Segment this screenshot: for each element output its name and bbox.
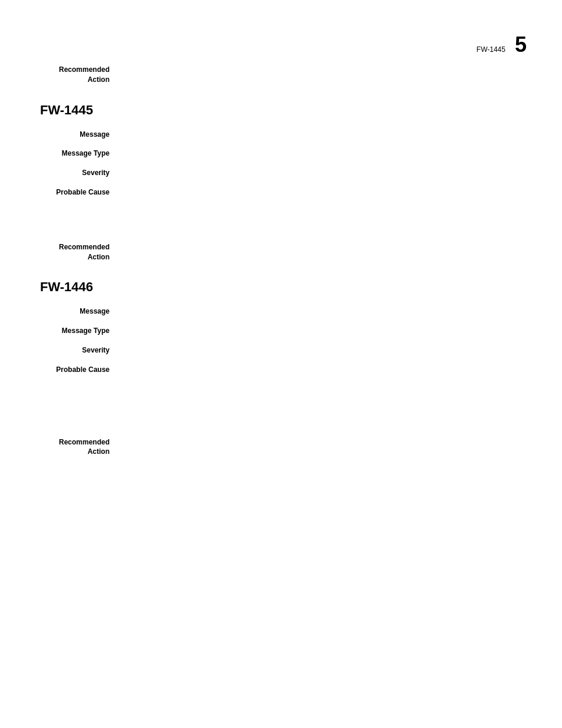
top-recommended-action-label: RecommendedAction	[40, 65, 117, 85]
entry-fw-1445: FW-1445 Message Message Type Severity Pr…	[40, 103, 522, 262]
message-label-1445: Message	[40, 130, 117, 140]
severity-row-1445: Severity	[40, 168, 522, 178]
page-number: 5	[515, 32, 527, 57]
message-row-1446: Message	[40, 307, 522, 317]
top-recommended-action-value	[117, 65, 522, 85]
page-id: FW-1445	[477, 45, 505, 54]
message-type-label-1445: Message Type	[40, 149, 117, 159]
severity-row-1446: Severity	[40, 345, 522, 355]
severity-label-1446: Severity	[40, 345, 117, 355]
recommended-action-row-1445: RecommendedAction	[40, 242, 522, 262]
entry-title-fw-1446: FW-1446	[40, 279, 522, 295]
entry-fw-1446: FW-1446 Message Message Type Severity Pr…	[40, 279, 522, 457]
message-row-1445: Message	[40, 130, 522, 140]
entry-title-fw-1445: FW-1445	[40, 103, 522, 118]
recommended-action-row-1446: RecommendedAction	[40, 437, 522, 457]
severity-label-1445: Severity	[40, 168, 117, 178]
top-recommended-action-section: RecommendedAction	[40, 65, 522, 85]
page-content: RecommendedAction FW-1445 Message Messag…	[0, 0, 562, 457]
probable-cause-row-1446: Probable Cause	[40, 365, 522, 375]
message-label-1446: Message	[40, 307, 117, 317]
probable-cause-row-1445: Probable Cause	[40, 187, 522, 197]
probable-cause-label-1446: Probable Cause	[40, 365, 117, 375]
message-type-row-1445: Message Type	[40, 149, 522, 159]
probable-cause-label-1445: Probable Cause	[40, 187, 117, 197]
recommended-action-label-1446: RecommendedAction	[40, 437, 117, 457]
message-type-row-1446: Message Type	[40, 326, 522, 336]
message-type-label-1446: Message Type	[40, 326, 117, 336]
page-header: FW-1445 5	[477, 32, 527, 57]
recommended-action-label-1445: RecommendedAction	[40, 242, 117, 262]
